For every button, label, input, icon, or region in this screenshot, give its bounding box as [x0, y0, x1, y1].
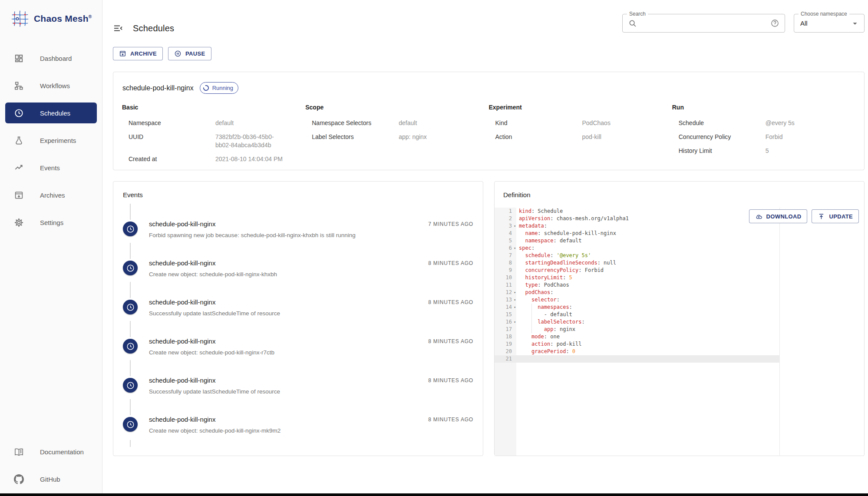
sidebar-item-experiments[interactable]: Experiments [5, 130, 97, 151]
schedule-section: Basic Namespace default UUID 7382bf2b-0b… [122, 104, 305, 169]
code-line-4: 4 name: schedule-pod-kill-nginx [495, 230, 864, 237]
sidebar-item-archives[interactable]: Archives [5, 185, 97, 205]
code-text: metadata: [516, 222, 547, 230]
namespace-value: All [800, 20, 850, 27]
event-name: schedule-pod-kill-nginx [149, 220, 356, 228]
namespace-select-label: Choose namespace [799, 11, 849, 17]
detail-label: Namespace Selectors [312, 119, 399, 127]
timeline-connector [130, 204, 131, 220]
events-timeline: schedule-pod-kill-nginx Forbid spawning … [123, 204, 473, 447]
sidebar-item-github[interactable]: GitHub [5, 469, 97, 489]
page-title: Schedules [133, 23, 174, 33]
detail-value: default [215, 119, 241, 127]
brand-logo[interactable]: Chaos Mesh® [0, 0, 102, 29]
code-text: gracePeriod: 0 [516, 348, 575, 355]
code-line-17: 17 app: nginx [495, 326, 864, 333]
event-message: Create new object: schedule-pod-kill-ngi… [149, 349, 274, 356]
gear-icon [14, 218, 24, 228]
code-text: selector: [516, 296, 560, 304]
yaml-editor[interactable]: 1kind: Schedule2apiVersion: chaos-mesh.o… [495, 208, 864, 456]
search-field[interactable]: Search [622, 14, 785, 33]
section-title: Run [672, 104, 855, 111]
code-line-21: 21 [495, 355, 864, 363]
fold-arrow-icon[interactable]: ▾ [514, 319, 516, 325]
code-text: - default [516, 311, 572, 318]
code-text: spec: [516, 245, 535, 252]
sidebar-item-settings[interactable]: Settings [5, 212, 97, 233]
detail-value: default [399, 119, 425, 127]
sidebar-item-schedules[interactable]: Schedules [5, 103, 97, 123]
fold-arrow-icon[interactable]: ▾ [514, 289, 516, 296]
line-number: 16▾ [495, 318, 516, 326]
code-line-13: 13▾ selector: [495, 296, 864, 304]
event-item: schedule-pod-kill-nginx Successfully upd… [123, 360, 473, 399]
sidebar-item-events[interactable]: Events [5, 157, 97, 178]
event-time: 8 MINUTES AGO [428, 399, 473, 438]
sidebar-item-workflows[interactable]: Workflows [5, 75, 97, 96]
event-message: Successfully update lastScheduleTime of … [149, 310, 280, 317]
pause-button[interactable]: PAUSE [168, 47, 211, 60]
event-avatar [123, 417, 138, 432]
line-number: 1 [495, 208, 516, 215]
line-number: 21 [495, 355, 516, 363]
code-line-20: 20 gracePeriod: 0 [495, 348, 864, 355]
line-number: 20 [495, 348, 516, 355]
archive-button[interactable]: ARCHIVE [113, 47, 163, 60]
event-time: 8 MINUTES AGO [428, 360, 473, 399]
detail-label: History Limit [679, 147, 766, 155]
timeline-connector [130, 243, 131, 259]
sidebar-item-documentation[interactable]: Documentation [5, 441, 97, 462]
status-badge: Running [200, 82, 238, 94]
code-text: labelSelectors: [516, 318, 585, 326]
search-input[interactable] [640, 17, 770, 30]
definition-panel: Definition DOWNLOAD UPDATE 1kind: Sche [494, 181, 865, 456]
detail-label: Concurrency Policy [679, 133, 766, 141]
code-line-7: 7 schedule: '@every 5s' [495, 252, 864, 259]
detail-row: Concurrency Policy Forbid [672, 133, 855, 141]
event-item: schedule-pod-kill-nginx Create new objec… [123, 243, 473, 282]
code-text: kind: Schedule [516, 208, 563, 215]
event-item: schedule-pod-kill-nginx Create new objec… [123, 399, 473, 438]
help-icon[interactable] [770, 19, 779, 28]
event-item: schedule-pod-kill-nginx Create new objec… [123, 321, 473, 360]
schedule-section: Experiment Kind PodChaos Action pod-kill [489, 104, 672, 169]
detail-label: UUID [129, 133, 215, 149]
spinner-icon [203, 85, 209, 91]
detail-row: Namespace Selectors default [305, 119, 488, 127]
github-icon [14, 474, 24, 484]
fold-arrow-icon[interactable]: ▾ [514, 223, 516, 229]
detail-label: Schedule [679, 119, 766, 127]
event-avatar [123, 300, 138, 314]
timeline-connector [130, 399, 131, 415]
events-title: Events [123, 191, 473, 198]
event-time: 8 MINUTES AGO [428, 321, 473, 360]
line-number: 2 [495, 215, 516, 222]
section-title: Scope [305, 104, 488, 111]
search-field-label: Search [627, 11, 648, 17]
event-item: schedule-pod-kill-nginx Forbid spawning … [123, 204, 473, 243]
detail-row: Kind PodChaos [489, 119, 672, 127]
event-avatar [123, 339, 138, 354]
publish-icon [818, 213, 825, 220]
clock-icon [14, 108, 24, 118]
code-line-12: 12▾ podChaos: [495, 289, 864, 296]
fold-arrow-icon[interactable]: ▾ [514, 297, 516, 303]
chaos-mesh-logo-icon [10, 10, 30, 27]
update-button[interactable]: UPDATE [812, 209, 859, 223]
fold-arrow-icon[interactable]: ▾ [514, 245, 516, 251]
download-button[interactable]: DOWNLOAD [749, 209, 808, 223]
timeline-connector [130, 282, 131, 298]
bottom-bar [0, 493, 868, 496]
detail-value: @every 5s [766, 119, 802, 127]
line-number: 19 [495, 341, 516, 348]
detail-label: Created at [129, 155, 215, 163]
code-line-10: 10 historyLimit: 5 [495, 274, 864, 281]
clock-icon [126, 225, 135, 234]
fold-arrow-icon[interactable]: ▾ [514, 304, 516, 311]
code-text: podChaos: [516, 289, 553, 296]
namespace-select[interactable]: Choose namespace All [794, 14, 865, 33]
detail-value: 5 [766, 147, 777, 155]
sidebar-item-dashboard[interactable]: Dashboard [5, 48, 97, 69]
menu-open-icon[interactable] [113, 23, 123, 33]
chevron-down-icon [850, 19, 860, 28]
